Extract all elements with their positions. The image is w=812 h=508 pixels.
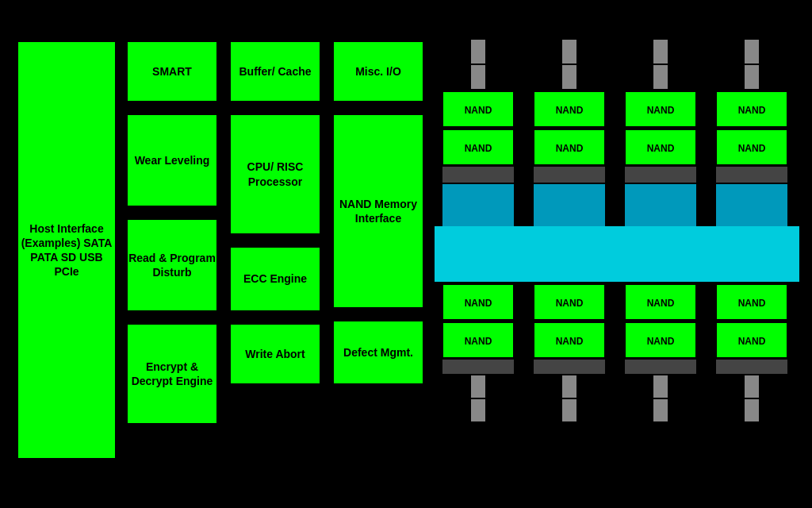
svg-text:NAND: NAND — [647, 143, 675, 154]
svg-rect-30 — [562, 375, 576, 398]
svg-rect-53 — [716, 167, 787, 183]
svg-rect-61 — [745, 399, 759, 421]
nand-memory-interface-label: NAND Memory Interface — [334, 197, 423, 225]
svg-text:NAND: NAND — [556, 336, 584, 347]
svg-rect-1 — [471, 40, 485, 64]
write-abort-label: Write Abort — [245, 347, 304, 361]
svg-rect-7 — [442, 167, 514, 183]
svg-text:NAND: NAND — [465, 336, 492, 347]
svg-text:NAND: NAND — [556, 143, 584, 154]
cpu-risc-block: CPU/ RISC Processor — [228, 113, 322, 236]
defect-mgmt-block: Defect Mgmt. — [331, 319, 425, 386]
cpu-risc-label: CPU/ RISC Processor — [231, 160, 320, 188]
svg-rect-2 — [471, 65, 485, 89]
host-interface-label: Host Interface (Examples) SATA PATA SD U… — [18, 221, 115, 279]
svg-rect-38 — [625, 167, 696, 183]
wear-leveling-block: Wear Leveling — [125, 113, 219, 208]
svg-rect-29 — [534, 360, 605, 374]
ssd-architecture-diagram: Host Interface (Examples) SATA PATA SD U… — [0, 0, 812, 508]
nand-array-svg: NAND NAND NAND NAND NAND NAND NAND NAND — [435, 40, 799, 468]
ecc-engine-block: ECC Engine — [228, 245, 322, 313]
svg-text:NAND: NAND — [465, 298, 492, 309]
misc-io-block: Misc. I/O — [331, 40, 425, 103]
svg-rect-54 — [716, 184, 787, 226]
svg-rect-60 — [745, 375, 759, 398]
svg-rect-47 — [745, 40, 759, 64]
smart-block: SMART — [125, 40, 219, 103]
svg-text:NAND: NAND — [556, 105, 584, 116]
svg-rect-33 — [653, 65, 668, 89]
buffer-cache-block: Buffer/ Cache — [228, 40, 322, 103]
svg-text:NAND: NAND — [556, 298, 584, 309]
nand-memory-interface-block: NAND Memory Interface — [331, 113, 425, 310]
svg-text:NAND: NAND — [465, 143, 492, 154]
svg-rect-39 — [625, 184, 696, 226]
svg-rect-46 — [653, 399, 668, 421]
svg-text:NAND: NAND — [738, 336, 766, 347]
svg-text:NAND: NAND — [465, 105, 492, 116]
svg-rect-17 — [562, 40, 576, 64]
svg-rect-16 — [471, 399, 485, 421]
svg-text:NAND: NAND — [647, 298, 675, 309]
wear-leveling-label: Wear Leveling — [135, 153, 210, 167]
read-program-disturb-label: Read & Program Disturb — [128, 251, 216, 279]
svg-rect-8 — [442, 184, 514, 226]
svg-rect-15 — [471, 375, 485, 398]
misc-io-label: Misc. I/O — [355, 64, 401, 79]
svg-rect-45 — [653, 375, 668, 398]
svg-rect-0 — [435, 226, 799, 282]
svg-text:NAND: NAND — [647, 336, 675, 347]
svg-text:NAND: NAND — [738, 298, 766, 309]
defect-mgmt-label: Defect Mgmt. — [343, 345, 413, 360]
svg-text:NAND: NAND — [647, 105, 675, 116]
svg-rect-59 — [716, 360, 787, 374]
svg-rect-18 — [562, 65, 576, 89]
encrypt-decrypt-label: Encrypt & Decrypt Engine — [128, 360, 216, 388]
svg-rect-31 — [562, 399, 576, 421]
buffer-cache-label: Buffer/ Cache — [239, 64, 311, 79]
write-abort-block: Write Abort — [228, 322, 322, 386]
host-interface-block: Host Interface (Examples) SATA PATA SD U… — [16, 40, 117, 460]
smart-label: SMART — [152, 64, 192, 79]
read-program-disturb-block: Read & Program Disturb — [125, 217, 219, 313]
svg-rect-48 — [745, 65, 759, 89]
svg-rect-24 — [534, 184, 605, 226]
svg-rect-14 — [442, 360, 514, 374]
svg-rect-32 — [653, 40, 668, 64]
svg-text:NAND: NAND — [738, 143, 766, 154]
svg-rect-44 — [625, 360, 696, 374]
ecc-engine-label: ECC Engine — [243, 271, 307, 286]
svg-rect-23 — [534, 167, 605, 183]
encrypt-decrypt-block: Encrypt & Decrypt Engine — [125, 322, 219, 425]
svg-text:NAND: NAND — [738, 105, 766, 116]
